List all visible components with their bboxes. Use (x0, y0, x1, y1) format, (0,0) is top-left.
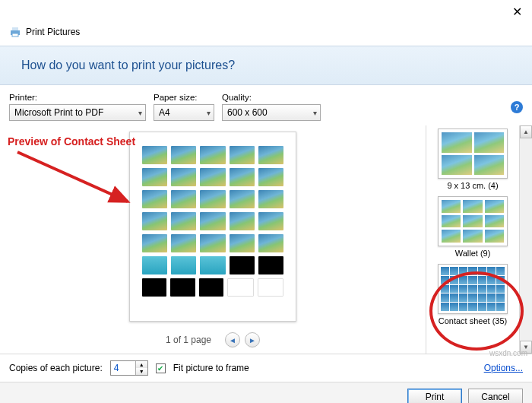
svg-rect-1 (12, 27, 18, 30)
pager-text: 1 of 1 page (166, 335, 211, 345)
layout-label: 9 x 13 cm. (4) (447, 181, 498, 190)
layout-label: Wallet (9) (455, 249, 491, 258)
options-link[interactable]: Options... (484, 363, 523, 373)
chevron-down-icon: ▾ (207, 109, 211, 117)
paper-select[interactable]: A4 ▾ (154, 104, 214, 121)
scroll-up-button[interactable]: ▲ (520, 125, 532, 138)
printer-value: Microsoft Print to PDF (14, 107, 103, 118)
watermark: wsxdn.com (489, 349, 527, 357)
layout-option-contact-sheet[interactable]: Contact sheet (35) (432, 264, 513, 325)
quality-label: Quality: (222, 93, 321, 102)
preview-contact-sheet (129, 132, 296, 322)
chevron-down-icon: ▾ (313, 109, 317, 117)
printer-label: Printer: (9, 93, 146, 102)
layout-thumb (438, 129, 508, 179)
layout-label: Contact sheet (35) (439, 316, 508, 325)
layout-scrollbar[interactable]: ▲ ▼ (519, 125, 532, 354)
layout-thumb (438, 196, 508, 246)
chevron-down-icon: ▾ (138, 109, 142, 117)
copies-spinner[interactable]: ▲▼ (110, 360, 148, 376)
fit-frame-label: Fit picture to frame (173, 363, 249, 373)
paper-value: A4 (159, 107, 170, 118)
next-page-button[interactable]: ► (245, 332, 260, 347)
fit-frame-checkbox[interactable]: ✔ (156, 363, 166, 373)
printer-icon (9, 26, 21, 38)
annotation-text: Preview of Contact Sheet (8, 135, 135, 148)
paper-label: Paper size: (154, 93, 214, 102)
layout-option-wallet[interactable]: Wallet (9) (432, 196, 513, 258)
svg-rect-2 (12, 33, 18, 36)
layout-thumb (438, 264, 508, 314)
window-title: Print Pictures (26, 27, 80, 37)
preview-pane: 1 of 1 page ◄ ► (0, 125, 426, 354)
copies-input[interactable] (111, 361, 135, 375)
layout-option-9x13[interactable]: 9 x 13 cm. (4) (432, 129, 513, 190)
quality-select[interactable]: 600 x 600 ▾ (222, 104, 321, 121)
copies-label: Copies of each picture: (9, 363, 103, 373)
prev-page-button[interactable]: ◄ (225, 332, 240, 347)
spin-up-button[interactable]: ▲ (136, 361, 147, 368)
printer-select[interactable]: Microsoft Print to PDF ▾ (9, 104, 146, 121)
help-icon[interactable]: ? (511, 101, 523, 113)
banner: How do you want to print your pictures? (0, 46, 532, 85)
spin-down-button[interactable]: ▼ (136, 368, 147, 375)
cancel-button[interactable]: Cancel (468, 389, 523, 403)
print-button[interactable]: Print (407, 389, 462, 403)
close-button[interactable]: ✕ (502, 0, 532, 23)
banner-question: How do you want to print your pictures? (21, 59, 235, 71)
quality-value: 600 x 600 (227, 107, 268, 118)
